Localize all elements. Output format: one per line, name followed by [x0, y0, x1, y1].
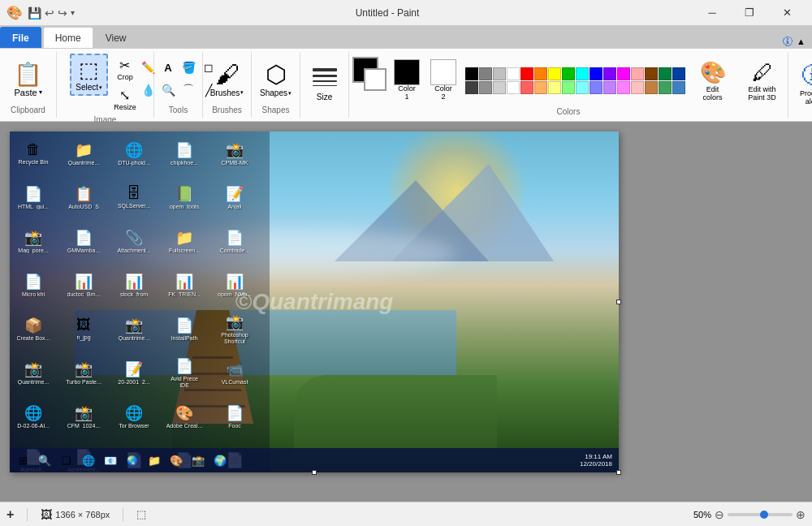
list-item[interactable]: 🌐Tor Browser [114, 398, 154, 435]
close-button[interactable]: ✕ [768, 0, 806, 26]
color2-magenta[interactable] [617, 81, 630, 94]
list-item[interactable]: 📄Fooc [214, 398, 255, 435]
color-dgray[interactable] [479, 67, 492, 80]
save-quick-btn[interactable]: 💾 [28, 6, 41, 19]
color2-dgreen[interactable] [659, 81, 672, 94]
color2-lgray[interactable] [493, 81, 506, 94]
color-purple[interactable] [603, 67, 616, 80]
zoom-plus-btn[interactable]: ⊕ [796, 508, 806, 521]
product-alert-button[interactable]: 🛈 Productalert [792, 58, 812, 109]
list-item[interactable]: 📄Comtrade... [214, 222, 255, 260]
paint-taskbar[interactable]: 🎨 [166, 451, 186, 470]
ie-icon[interactable]: 🌐 [79, 451, 98, 470]
list-item[interactable]: 📄chipkhoe... [164, 135, 205, 172]
list-item[interactable]: 📸Quantrime... [13, 354, 54, 391]
paste-dropdown-arrow[interactable]: ▾ [39, 88, 42, 96]
list-item[interactable]: 📄Avid Prece IDE [164, 354, 205, 391]
color2-blue[interactable] [590, 81, 603, 94]
list-item[interactable]: 📹VLCumast [214, 354, 255, 391]
color2-purple[interactable] [603, 81, 616, 94]
color2-pink[interactable] [631, 81, 644, 94]
list-item[interactable]: 🌐DTU-phoid... [114, 135, 154, 172]
minimize-button[interactable]: ─ [693, 0, 731, 26]
list-item[interactable]: 📋AutoUSD_S [63, 179, 104, 216]
color2-swatch[interactable] [364, 68, 387, 91]
select-button[interactable]: ⬚ Select ▾ [70, 54, 108, 96]
list-item[interactable]: 📗opem_tools [164, 179, 205, 216]
color-pink[interactable] [631, 67, 644, 80]
color-red[interactable] [520, 67, 533, 80]
list-item[interactable]: 📄HTML_gui... [13, 179, 54, 216]
color-dgreen[interactable] [659, 67, 672, 80]
file-explorer-icon[interactable]: 📁 [145, 451, 164, 470]
color-black[interactable] [465, 67, 478, 80]
resize-button[interactable]: ⤡ Resize [110, 85, 140, 114]
list-item[interactable]: 📦Create Box... [13, 310, 54, 347]
color-cyan[interactable] [576, 67, 589, 80]
resize-handle-corner[interactable] [616, 470, 621, 475]
add-new-btn[interactable]: + [6, 507, 14, 522]
canvas-scroll[interactable]: 🗑Recycle Bin 📁Quantrime... 🌐DTU-phoid...… [0, 122, 812, 502]
list-item[interactable]: 🌐D-02-06-Al... [13, 398, 54, 435]
list-item[interactable]: 🗑Recycle Bin [13, 135, 54, 172]
taskview-btn[interactable]: ❑ [57, 451, 76, 470]
curve-tool[interactable]: ⌒ [179, 80, 198, 100]
color-brown[interactable] [645, 67, 658, 80]
size-button[interactable]: Size [304, 63, 346, 104]
list-item[interactable]: 📸CFM_1024... [63, 398, 104, 435]
tab-view[interactable]: View [93, 27, 139, 48]
edit-colors-button[interactable]: 🎨 Editcolors [690, 57, 735, 105]
ribbon-collapse-btn[interactable]: ▲ [797, 37, 806, 46]
color2-brown[interactable] [645, 81, 658, 94]
select-arrow[interactable]: ▾ [99, 84, 102, 91]
resize-handle-bottom[interactable] [312, 470, 317, 475]
list-item[interactable]: 🗄SQLServer... [114, 179, 154, 216]
browser-icon2[interactable]: 🌍 [210, 451, 230, 470]
chrome-icon[interactable]: 🌏 [123, 451, 142, 470]
color2-orange[interactable] [534, 81, 547, 94]
list-item[interactable]: 🎨Adobe Creal... [164, 398, 205, 435]
color1-button[interactable]: Color1 [390, 57, 424, 104]
list-item[interactable]: 📝Anjali [214, 179, 255, 216]
color2-button[interactable]: Color2 [426, 57, 460, 104]
photoshop-icon[interactable]: 📸 [188, 451, 208, 470]
list-item[interactable]: 📄Micro khi [13, 266, 54, 304]
ribbon-help-icon[interactable]: 🛈 [782, 35, 793, 48]
text-tool[interactable]: A [158, 58, 178, 77]
maximize-button[interactable]: ❐ [731, 0, 768, 26]
color2-gray[interactable] [479, 81, 492, 94]
color2-dgray2[interactable] [465, 81, 478, 94]
quick-access-dropdown[interactable]: ▾ [71, 8, 75, 17]
list-item[interactable]: 📊ductoc_Bm... [63, 266, 104, 304]
brushes-arrow[interactable]: ▾ [240, 89, 244, 96]
list-item[interactable]: 📸Quantrime... [114, 310, 154, 347]
resize-handle-right[interactable] [616, 300, 621, 304]
list-item[interactable]: 📝20-2001_2... [114, 354, 154, 391]
list-item[interactable]: 📄InstallPath [164, 310, 205, 347]
pencil-tool[interactable]: ✏️ [138, 58, 158, 77]
list-item[interactable]: 📊FK_TRIEN... [164, 266, 205, 304]
search-taskbar[interactable]: 🔍 [35, 451, 54, 470]
list-item[interactable]: 📎Attachment... [114, 222, 154, 260]
list-item[interactable]: 📄GMMamba... [63, 222, 104, 260]
list-item[interactable]: 📸CPMB-MK [214, 135, 255, 172]
list-item[interactable]: 📊stock_from [114, 266, 154, 304]
color2-dblue[interactable] [672, 81, 685, 94]
start-button[interactable]: ⊞ [13, 451, 32, 470]
color2-yellow[interactable] [548, 81, 561, 94]
color2-white[interactable] [507, 81, 520, 94]
brushes-button[interactable]: 🖌 Brushes ▾ [204, 59, 251, 99]
color2-cyan[interactable] [576, 81, 589, 94]
color2-red[interactable] [520, 81, 533, 94]
list-item[interactable]: 📁Fullscreen... [164, 222, 205, 260]
paste-button[interactable]: 📋 Paste ▾ [10, 58, 46, 100]
list-item[interactable]: 📸Mag_pore... [13, 222, 54, 260]
list-item[interactable]: 📸Photoshop Shortcut [214, 310, 255, 347]
shapes-button[interactable]: ⬡ Shapes ▾ [253, 58, 298, 99]
color-picker-tool[interactable]: 💧 [138, 80, 158, 100]
undo-quick-btn[interactable]: ↩ [45, 6, 54, 19]
edit-with-paint3d-button[interactable]: 🖊 Edit withPaint 3D [740, 57, 784, 105]
color-white[interactable] [507, 67, 520, 80]
zoom-slider[interactable] [728, 513, 793, 516]
list-item[interactable]: 📸Turbo Paste... [63, 354, 104, 391]
